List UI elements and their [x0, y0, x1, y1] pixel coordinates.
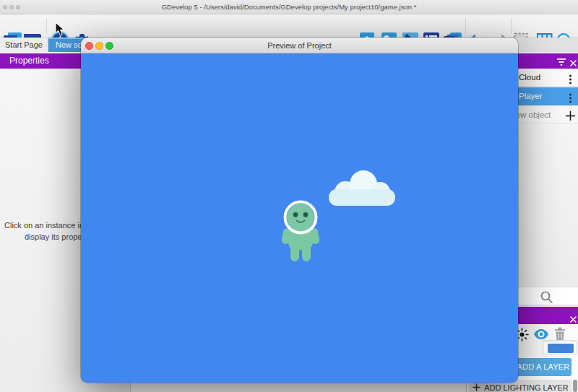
window-titlebar: GDevelop 5 - /Users/david/Documents/GDev…	[0, 0, 578, 14]
toolbar-separator	[511, 18, 512, 34]
search-icon	[540, 290, 553, 307]
add-layer-button[interactable]: ADD A LAYER	[515, 358, 571, 376]
zoom-window-button[interactable]	[105, 42, 113, 50]
properties-title: Properties	[9, 56, 49, 66]
object-label: Cloud	[519, 69, 540, 87]
mouse-cursor	[55, 22, 66, 39]
object-label: Player	[519, 87, 543, 105]
vertical-scrollbar[interactable]	[573, 380, 577, 392]
window-title: GDevelop 5 - /Users/david/Documents/GDev…	[0, 0, 578, 14]
gdevelop-window: GDevelop 5 - /Users/david/Documents/GDev…	[0, 0, 578, 392]
tab-start-page[interactable]: Start Page	[0, 38, 48, 52]
game-preview-canvas[interactable]	[81, 53, 518, 383]
tab-label: Start Page	[5, 40, 43, 49]
close-window-button[interactable]	[3, 5, 7, 9]
horizontal-scrollbar[interactable]	[543, 340, 577, 355]
preview-titlebar[interactable]: Preview of Project	[81, 38, 518, 53]
scrollbar-thumb[interactable]	[548, 344, 574, 353]
toolbar-separator	[465, 18, 466, 34]
minimize-window-button[interactable]	[95, 42, 103, 50]
preview-window-title: Preview of Project	[81, 38, 518, 53]
add-lighting-layer-label: ADD LIGHTING LAYER	[484, 383, 569, 392]
preview-window: Preview of Project	[81, 38, 518, 383]
zoom-window-button[interactable]	[16, 5, 20, 9]
plus-icon	[473, 383, 480, 392]
close-window-button[interactable]	[85, 42, 93, 50]
toolbar-separator	[46, 18, 47, 34]
minimize-window-button[interactable]	[9, 5, 14, 9]
main-toolbar: 1:1	[0, 14, 578, 38]
